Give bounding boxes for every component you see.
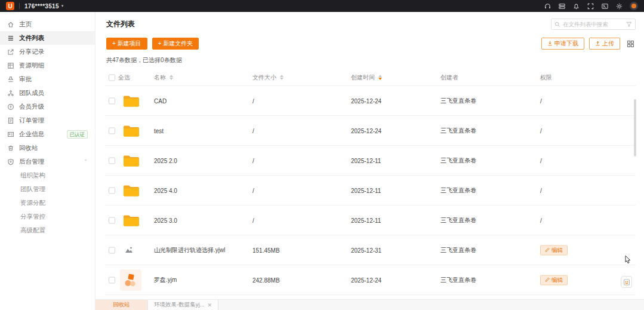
bottom-tab-label: 回收站 bbox=[113, 301, 130, 309]
row-checkbox[interactable] bbox=[109, 127, 115, 134]
creator-name: 三飞亚直条卷 bbox=[440, 156, 476, 165]
gear-icon[interactable] bbox=[615, 2, 623, 10]
table-row[interactable]: CAD / 2025-12-24 三飞亚直条卷 / bbox=[105, 86, 636, 116]
vertical-scrollbar[interactable] bbox=[634, 99, 636, 156]
row-checkbox[interactable] bbox=[109, 247, 115, 253]
sidebar-item-15[interactable]: 高级配置 bbox=[0, 223, 95, 237]
table-row[interactable]: test / 2025-12-24 三飞亚直条卷 / bbox=[105, 116, 636, 146]
file-table: 全选 名称 文件大小 创建时间 创建者 权限 bbox=[105, 69, 636, 295]
sidebar-item-6[interactable]: 会员升级 bbox=[0, 100, 95, 113]
sidebar-item-10[interactable]: 后台管理 ⌃ bbox=[0, 155, 95, 168]
apply-download-label: 申请下载 bbox=[554, 39, 578, 48]
row-type-icon bbox=[122, 269, 141, 291]
file-size: / bbox=[252, 157, 254, 164]
app-window: U 176****3515 ▾ 主页 文件列表 分享记录 资源明细 审批 团队成… bbox=[0, 0, 644, 310]
server-list-icon[interactable] bbox=[558, 2, 566, 10]
sidebar-item-8[interactable]: 企业信息 已认证 bbox=[0, 127, 95, 141]
permission-value: / bbox=[540, 157, 542, 164]
permission-cell: / bbox=[540, 127, 542, 134]
grid-view-icon[interactable] bbox=[625, 38, 636, 49]
sidebar-item-0[interactable]: 主页 bbox=[0, 17, 95, 31]
top-bar: U 176****3515 ▾ bbox=[0, 0, 644, 12]
file-name[interactable]: test bbox=[154, 127, 164, 134]
row-checkbox[interactable] bbox=[109, 187, 115, 194]
created-time: 2025-12-11 bbox=[351, 187, 381, 194]
bottom-tab[interactable]: 环境效果-数据集yj... ✕ bbox=[148, 300, 218, 310]
sort-time-icon[interactable] bbox=[378, 75, 382, 80]
sidebar-item-5[interactable]: 团队成员 bbox=[0, 86, 95, 100]
row-checkbox[interactable] bbox=[109, 157, 115, 164]
file-name[interactable]: 罗盘.yjm bbox=[154, 276, 177, 284]
cube-file-thumbnail bbox=[120, 269, 141, 291]
apply-download-button[interactable]: 申请下载 bbox=[541, 38, 584, 50]
fullscreen-icon[interactable] bbox=[587, 2, 594, 10]
select-all-checkbox[interactable] bbox=[109, 74, 115, 81]
edit-permission-button[interactable]: 编辑 bbox=[540, 245, 568, 255]
sidebar-item-11[interactable]: 组织架构 bbox=[0, 168, 95, 182]
sidebar-item-12[interactable]: 团队管理 bbox=[0, 182, 95, 196]
sidebar-item-7[interactable]: 订单管理 bbox=[0, 113, 95, 127]
search-input[interactable] bbox=[563, 21, 624, 27]
tab-close-icon[interactable]: ✕ bbox=[207, 302, 212, 308]
table-row[interactable]: 2025 4.0 / 2025-12-11 三飞亚直条卷 / bbox=[105, 176, 636, 205]
table-row[interactable]: 罗盘.yjm 242.88MB 2025-12-24 三飞亚直条卷 编辑 bbox=[105, 265, 636, 295]
sidebar-item-3[interactable]: 资源明细 bbox=[0, 59, 95, 72]
permission-cell: / bbox=[540, 217, 542, 223]
column-name[interactable]: 名称 bbox=[154, 73, 173, 82]
table-header-row: 全选 名称 文件大小 创建时间 创建者 权限 bbox=[105, 69, 636, 86]
created-time: 2025-12-24 bbox=[351, 277, 381, 283]
file-size: 242.88MB bbox=[252, 277, 280, 283]
sidebar-item-label: 资源分配 bbox=[20, 199, 45, 207]
screenshot-icon[interactable] bbox=[601, 2, 609, 10]
file-name[interactable]: 2025 4.0 bbox=[154, 187, 177, 194]
file-name[interactable]: 2025 2.0 bbox=[154, 157, 177, 164]
verified-badge: 已认证 bbox=[67, 130, 88, 139]
file-name[interactable]: 2025 3.0 bbox=[154, 217, 177, 223]
bell-icon[interactable] bbox=[572, 2, 580, 10]
topbar-icon-group bbox=[544, 2, 638, 10]
download-icon bbox=[547, 41, 553, 47]
assistant-widget-icon[interactable] bbox=[621, 276, 632, 288]
sidebar-item-label: 回收站 bbox=[19, 144, 38, 152]
headset-icon[interactable] bbox=[544, 2, 551, 10]
sidebar-item-label: 会员升级 bbox=[19, 103, 44, 111]
created-time: 2025-12-31 bbox=[351, 247, 381, 253]
table-row[interactable]: 山光制限进行轨迹选择.yjwl 151.45MB 2025-12-31 三飞亚直… bbox=[105, 235, 636, 265]
search-box[interactable] bbox=[551, 19, 636, 30]
permission-value: / bbox=[540, 97, 542, 104]
sidebar-item-14[interactable]: 分享管控 bbox=[0, 210, 95, 223]
column-size[interactable]: 文件大小 bbox=[252, 73, 284, 82]
new-folder-button[interactable]: + 新建文件夹 bbox=[152, 38, 199, 50]
topbar-divider bbox=[19, 3, 20, 9]
user-avatar[interactable] bbox=[630, 2, 638, 10]
row-checkbox[interactable] bbox=[109, 217, 115, 223]
toolbar: + 新建项目 + 新建文件夹 申请下载 上传 bbox=[106, 37, 636, 50]
select-all-label: 全选 bbox=[118, 73, 130, 82]
account-menu[interactable]: 176****3515 ▾ bbox=[24, 3, 64, 10]
order-icon bbox=[7, 117, 14, 124]
edit-permission-button[interactable]: 编辑 bbox=[540, 275, 568, 285]
file-name[interactable]: CAD bbox=[154, 97, 167, 104]
filter-funnel-icon[interactable] bbox=[626, 22, 632, 27]
collapse-caret-icon[interactable]: ⌃ bbox=[84, 159, 88, 164]
file-size: / bbox=[252, 187, 254, 194]
sidebar-item-13[interactable]: 资源分配 bbox=[0, 196, 95, 210]
sort-name-icon[interactable] bbox=[170, 75, 173, 80]
sidebar-item-1[interactable]: 文件列表 bbox=[0, 31, 95, 45]
brand-logo[interactable]: U bbox=[6, 2, 14, 10]
table-row[interactable]: 2025 3.0 / 2025-12-11 三飞亚直条卷 / bbox=[105, 205, 636, 235]
table-row[interactable]: 2025 2.0 / 2025-12-11 三飞亚直条卷 / bbox=[105, 146, 636, 176]
column-time[interactable]: 创建时间 bbox=[351, 73, 382, 82]
file-name[interactable]: 山光制限进行轨迹选择.yjwl bbox=[154, 246, 225, 254]
row-checkbox[interactable] bbox=[109, 277, 115, 283]
row-checkbox[interactable] bbox=[109, 97, 115, 104]
upload-button[interactable]: 上传 bbox=[589, 38, 620, 50]
created-time: 2025-12-11 bbox=[351, 217, 381, 223]
sidebar-item-9[interactable]: 回收站 bbox=[0, 141, 95, 155]
permission-value: / bbox=[540, 127, 542, 134]
sidebar-item-2[interactable]: 分享记录 bbox=[0, 45, 95, 59]
sidebar-item-4[interactable]: 审批 bbox=[0, 72, 95, 86]
sort-size-icon[interactable] bbox=[280, 75, 284, 80]
new-project-button[interactable]: + 新建项目 bbox=[106, 38, 147, 50]
bottom-tab[interactable]: 回收站 bbox=[95, 300, 148, 310]
